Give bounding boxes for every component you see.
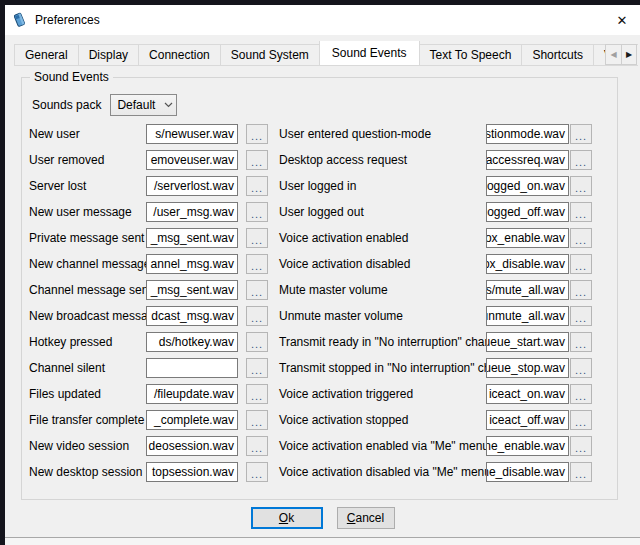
sounds-pack-label: Sounds pack [32,98,101,112]
event-file-input[interactable]: ueue_start.wav [486,332,569,352]
tab-text-to-speech[interactable]: Text To Speech [419,44,523,65]
event-file-input[interactable]: unmute_all.wav [486,306,569,326]
event-file-input[interactable]: /fileupdate.wav [146,384,238,404]
event-file-input[interactable]: topsession.wav [146,462,238,482]
event-file-input[interactable]: _complete.wav [146,410,238,430]
browse-button[interactable]: ... [246,358,268,378]
event-file-input[interactable]: _msg_sent.wav [146,280,238,300]
tab-scroll-right-icon[interactable]: ▶ [621,44,637,65]
browse-button[interactable]: ... [570,124,592,144]
event-file-input[interactable]: deosession.wav [146,436,238,456]
event-label: Voice activation disabled [268,257,486,271]
event-label: Channel message sent [29,283,146,297]
event-label: Desktop access request [268,153,486,167]
event-file-input[interactable]: ne_enable.wav [486,436,569,456]
browse-button[interactable]: ... [246,280,268,300]
event-file-input[interactable]: ds/hotkey.wav [146,332,238,352]
browse-button[interactable]: ... [570,228,592,248]
browse-button[interactable]: ... [570,306,592,326]
event-label: Server lost [29,179,146,193]
event-file-input[interactable]: iceact_on.wav [486,384,569,404]
groupbox-title: Sound Events [30,70,113,84]
tab-scroll-left-icon[interactable]: ◀ [605,44,621,65]
browse-button[interactable]: ... [570,462,592,482]
event-file-input[interactable]: annel_msg.wav [146,254,238,274]
browse-button[interactable]: ... [246,384,268,404]
browse-button[interactable]: ... [246,462,268,482]
event-file-input[interactable]: stionmode.wav [486,124,569,144]
event-file-input[interactable]: s/newuser.wav [146,124,238,144]
event-label: New broadcast message [29,309,146,323]
event-label: Voice activation disabled via "Me" menu [268,465,486,479]
browse-button[interactable]: ... [246,410,268,430]
browse-button[interactable]: ... [570,254,592,274]
tab-general[interactable]: General [14,44,79,65]
event-file-input[interactable]: ogged_off.wav [486,202,569,222]
sounds-pack-row: Sounds pack Default [32,94,177,116]
event-label: Voice activation stopped [268,413,486,427]
event-file-input[interactable]: logged_on.wav [486,176,569,196]
event-label: Transmit stopped in "No interruption" ch… [268,361,486,375]
event-file-input[interactable]: ne_disable.wav [486,462,569,482]
event-file-input[interactable]: emoveuser.wav [146,150,238,170]
event-label: User logged in [268,179,486,193]
close-button[interactable]: ✕ [604,5,640,35]
browse-button[interactable]: ... [246,254,268,274]
browse-button[interactable]: ... [246,176,268,196]
event-label: Hotkey pressed [29,335,146,349]
browse-button[interactable]: ... [570,436,592,456]
chevron-down-icon [160,102,176,108]
event-label: User logged out [268,205,486,219]
titlebar[interactable]: Preferences ✕ [5,5,640,35]
event-label: Voice activation triggered [268,387,486,401]
tab-strip: GeneralDisplayConnectionSound SystemSoun… [14,41,638,66]
cancel-button[interactable]: Cancel [337,507,395,529]
browse-button[interactable]: ... [570,202,592,222]
tab-sound-system[interactable]: Sound System [220,44,320,65]
tab-sound-events[interactable]: Sound Events [319,41,420,65]
event-file-input[interactable]: accessreq.wav [486,150,569,170]
event-label: Channel silent [29,361,146,375]
event-file-input[interactable]: iceact_off.wav [486,410,569,430]
browse-button[interactable]: ... [570,384,592,404]
event-label: Files updated [29,387,146,401]
event-file-input[interactable] [146,358,238,378]
sound-events-groupbox: Sound Events Sounds pack Default New use… [21,77,618,500]
browse-button[interactable]: ... [246,202,268,222]
event-file-input[interactable]: /serverlost.wav [146,176,238,196]
sounds-pack-combobox[interactable]: Default [110,94,177,116]
tab-display[interactable]: Display [78,44,139,65]
event-file-input[interactable]: ueue_stop.wav [486,358,569,378]
event-file-input[interactable]: ox_disable.wav [486,254,569,274]
event-label: New video session [29,439,146,453]
preferences-dialog: Preferences ✕ GeneralDisplayConnectionSo… [5,5,640,538]
event-label: Unmute master volume [268,309,486,323]
browse-button[interactable]: ... [570,150,592,170]
browse-button[interactable]: ... [246,228,268,248]
browse-button[interactable]: ... [246,150,268,170]
browse-button[interactable]: ... [246,436,268,456]
browse-button[interactable]: ... [570,280,592,300]
event-label: User removed [29,153,146,167]
browse-button[interactable]: ... [570,410,592,430]
tab-scroll-buttons: ◀ ▶ [605,44,637,65]
ok-button[interactable]: Ok [251,507,323,529]
event-file-input[interactable]: dcast_msg.wav [146,306,238,326]
event-file-input[interactable]: _msg_sent.wav [146,228,238,248]
event-label: New user [29,127,146,141]
event-label: User entered question-mode [268,127,486,141]
tab-shortcuts[interactable]: Shortcuts [521,44,594,65]
event-file-input[interactable]: /user_msg.wav [146,202,238,222]
browse-button[interactable]: ... [246,124,268,144]
browse-button[interactable]: ... [570,176,592,196]
event-label: New user message [29,205,146,219]
event-file-input[interactable]: ox_enable.wav [486,228,569,248]
app-icon [11,12,27,28]
browse-button[interactable]: ... [570,358,592,378]
browse-button[interactable]: ... [246,306,268,326]
tab-connection[interactable]: Connection [138,44,221,65]
event-file-input[interactable]: s/mute_all.wav [486,280,569,300]
browse-button[interactable]: ... [570,332,592,352]
dialog-buttons: Ok Cancel [5,507,640,529]
browse-button[interactable]: ... [246,332,268,352]
